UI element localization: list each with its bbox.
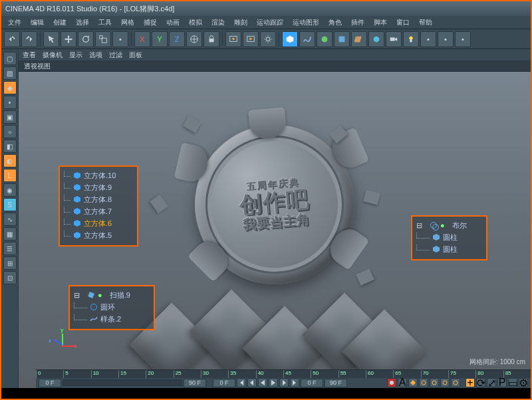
medallion-object[interactable]: 五周年庆典 创作吧 我要当主角 <box>188 118 361 291</box>
record-button[interactable] <box>387 378 396 387</box>
vp-menu-camera[interactable]: 摄像机 <box>43 50 63 60</box>
scl-toggle[interactable]: ⤢ <box>487 378 496 387</box>
play-fwd-button[interactable] <box>269 378 278 387</box>
next-frame-button[interactable] <box>279 378 289 387</box>
tree-item[interactable]: 圆柱 <box>416 231 482 243</box>
timeline-settings[interactable]: ⚙ <box>519 378 528 387</box>
preview-from-field[interactable]: 0 F <box>213 379 235 387</box>
menu-anim[interactable]: 动画 <box>162 17 184 29</box>
menu-select[interactable]: 选择 <box>72 17 93 29</box>
add-spline-button[interactable] <box>299 31 315 47</box>
viewport-tab[interactable]: 透视视图 <box>19 61 531 72</box>
left-icon-13[interactable]: ▦ <box>3 227 17 241</box>
undo-button[interactable] <box>4 31 20 47</box>
autokey-button[interactable]: A <box>398 378 407 387</box>
left-icon-9[interactable]: L <box>3 169 17 182</box>
left-icon-11[interactable]: S <box>3 198 17 211</box>
tree-item[interactable]: 立方体.7 <box>64 205 133 217</box>
tree-item[interactable]: 样条.2 <box>74 313 150 325</box>
pla-toggle[interactable]: ▭ <box>508 378 517 387</box>
preview-to-field[interactable]: 90 F <box>325 379 347 387</box>
shard-object[interactable] <box>363 189 380 205</box>
menu-script[interactable]: 脚本 <box>370 17 391 29</box>
tree-item[interactable]: ⊟ ● 扫描.9 <box>74 289 150 301</box>
timeline-ruler[interactable]: 051015202530354045505560657075808590 <box>36 370 531 378</box>
tree-item[interactable]: 立方体.8 <box>64 193 133 205</box>
prev-frame-button[interactable] <box>247 378 257 387</box>
menu-window[interactable]: 窗口 <box>392 17 414 29</box>
goto-start-button[interactable] <box>237 378 246 387</box>
left-icon-14[interactable]: ☰ <box>3 242 17 255</box>
rot-toggle[interactable]: ⟳ <box>476 378 485 387</box>
shard-object[interactable] <box>150 195 168 213</box>
pos-toggle[interactable]: + <box>466 378 475 387</box>
menu-sim[interactable]: 模拟 <box>185 17 206 29</box>
mode-edge-icon[interactable]: ◆ <box>3 81 17 94</box>
mode-model-icon[interactable]: ▢ <box>3 52 17 65</box>
menu-help[interactable]: 帮助 <box>415 17 436 29</box>
vp-menu-panel[interactable]: 面板 <box>129 50 142 60</box>
menu-file[interactable]: 文件 <box>4 17 25 29</box>
vp-menu-view[interactable]: 查看 <box>23 50 36 60</box>
key-pla-button[interactable] <box>451 378 460 387</box>
render-settings-button[interactable] <box>260 31 276 47</box>
mode-point-icon[interactable]: • <box>3 96 17 109</box>
mode-texture-icon[interactable]: ▨ <box>3 66 17 80</box>
range-from-field[interactable]: 0 F <box>39 379 61 387</box>
vp-menu-filter[interactable]: 过滤 <box>109 50 122 60</box>
add-generator-button[interactable] <box>334 31 350 47</box>
left-icon-7[interactable]: ◧ <box>3 140 17 153</box>
tool-extra3[interactable]: • <box>455 31 471 47</box>
tree-item[interactable]: 立方体.9 <box>64 181 133 193</box>
left-icon-6[interactable]: ⟐ <box>3 125 17 138</box>
render-pv-button[interactable] <box>243 31 259 47</box>
current-frame-field[interactable]: 0 F <box>301 379 323 387</box>
left-icon-16[interactable]: ⊡ <box>3 271 17 284</box>
tree-item-selected[interactable]: 立方体.6 <box>64 217 133 229</box>
coord-system-button[interactable] <box>186 31 202 47</box>
axis-y-toggle[interactable]: Y <box>152 31 168 47</box>
vp-menu-options[interactable]: 选项 <box>89 50 102 60</box>
menu-tools[interactable]: 工具 <box>94 17 116 29</box>
viewport[interactable]: 查看 摄像机 显示 选项 过滤 面板 透视视图 五周年庆典 创作吧 我要当主角 <box>19 49 531 388</box>
menu-char[interactable]: 角色 <box>325 17 346 29</box>
menu-render[interactable]: 渲染 <box>207 17 229 29</box>
tree-item[interactable]: 立方体.5 <box>64 229 133 241</box>
rotate-tool[interactable] <box>78 31 94 47</box>
menu-edit[interactable]: 编辑 <box>27 17 48 29</box>
render-view-button[interactable] <box>225 31 241 47</box>
goto-end-button[interactable] <box>290 378 299 387</box>
left-icon-15[interactable]: ⊞ <box>3 256 17 270</box>
redo-button[interactable] <box>21 31 37 47</box>
range-to-field[interactable]: 90 F <box>184 379 206 387</box>
menu-mograph[interactable]: 运动图形 <box>289 17 323 29</box>
add-deformer-button[interactable] <box>351 31 367 47</box>
shard-object[interactable] <box>183 116 201 134</box>
recent-tool[interactable]: • <box>112 31 128 47</box>
vp-menu-display[interactable]: 显示 <box>69 50 82 60</box>
menu-create[interactable]: 创建 <box>49 17 70 29</box>
menu-track[interactable]: 运动跟踪 <box>253 17 287 29</box>
axis-x-toggle[interactable]: X <box>134 31 150 47</box>
play-back-button[interactable] <box>258 378 267 387</box>
left-icon-10[interactable]: ◉ <box>3 183 17 197</box>
left-icon-12[interactable]: ∿ <box>3 213 17 226</box>
add-camera-button[interactable] <box>386 31 402 47</box>
add-light-button[interactable] <box>403 31 419 47</box>
tree-item[interactable]: 圆柱 <box>416 243 482 255</box>
key-pos-button[interactable] <box>419 378 428 387</box>
menu-sculpt[interactable]: 雕刻 <box>230 17 251 29</box>
menu-mesh[interactable]: 网格 <box>117 17 138 29</box>
tree-item[interactable]: ⊟ ● 布尔 <box>416 219 482 231</box>
add-environment-button[interactable] <box>368 31 384 47</box>
lock-button[interactable] <box>203 31 219 47</box>
menu-snap[interactable]: 捕捉 <box>140 17 161 29</box>
select-tool[interactable] <box>43 31 59 47</box>
add-cube-button[interactable] <box>282 31 298 47</box>
range-slider[interactable] <box>63 379 182 386</box>
add-nurbs-button[interactable] <box>317 31 332 47</box>
axis-z-toggle[interactable]: Z <box>169 31 185 47</box>
tree-item[interactable]: 立方体.10 <box>64 169 133 181</box>
left-icon-8[interactable]: ◐ <box>3 154 17 167</box>
key-rot-button[interactable] <box>430 378 439 387</box>
